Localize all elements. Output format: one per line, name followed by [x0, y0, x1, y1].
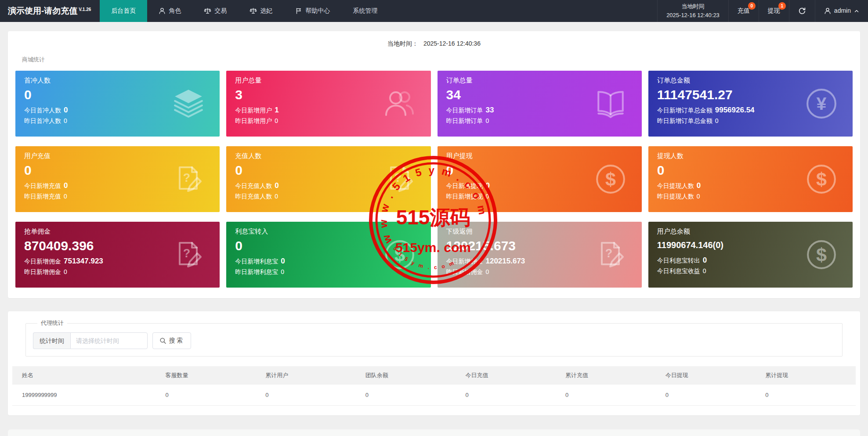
- user-menu[interactable]: admin: [815, 0, 868, 22]
- nav-tab-system[interactable]: 系统管理: [341, 0, 389, 22]
- card-title: 订单总金额: [657, 76, 800, 85]
- recharge-label: 充值: [738, 6, 750, 16]
- svg-text:¥: ¥: [817, 94, 827, 114]
- card-value: 11147541.27: [657, 88, 800, 102]
- card-yesterday-label: 昨日新增佣金: [446, 268, 483, 275]
- card-today-label: 今日新增利息宝: [235, 258, 278, 265]
- stat-card-user-recharge: 用户充值 0 今日新增充值0 昨日新增充值0 ?: [15, 146, 220, 212]
- card-today-label: 今日新增提现: [446, 182, 483, 189]
- stat-time-label: 统计时间: [33, 332, 70, 349]
- stat-time-input[interactable]: [70, 332, 148, 349]
- cell-team-balance: 0: [356, 385, 456, 406]
- agent-stats-title: 代理统计: [37, 319, 67, 327]
- agent-stats-fieldset: 代理统计 统计时间 搜索: [25, 319, 843, 357]
- stat-card-subordinate-rebate: 下级返佣 120215.673 今日新增佣金120215.673 昨日新增佣金0…: [438, 222, 642, 288]
- card-today-label: 今日新增订单: [446, 107, 483, 114]
- card-yesterday-value: 0: [703, 267, 706, 274]
- stat-card-user-withdraw: 用户提现 0 今日新增提现0 昨日新增提现0 $: [438, 146, 642, 212]
- card-value: 0: [235, 163, 378, 177]
- stat-card-first-recharge-users: 首冲人数 0 今日首冲人数0 昨日首冲人数0: [15, 71, 220, 137]
- mall-stats-title: 商城统计: [8, 48, 860, 71]
- svg-text:?: ?: [183, 247, 191, 260]
- yen-circle-icon: ¥: [805, 87, 838, 120]
- nav-tab-help-center[interactable]: 帮助中心: [284, 0, 341, 22]
- card-yesterday-value: 0: [486, 268, 489, 275]
- search-button[interactable]: 搜索: [152, 332, 191, 349]
- cell-total-recharge: 0: [556, 385, 656, 406]
- card-yesterday-value: 0: [281, 268, 284, 275]
- cell-total-withdraw: 0: [756, 385, 856, 406]
- card-yesterday-label: 昨日首冲人数: [24, 117, 61, 124]
- stat-card-total-order-amount: 订单总金额 11147541.27 今日新增订单总金额9956926.54 昨日…: [648, 71, 853, 137]
- cell-total-users: 0: [256, 385, 356, 406]
- doc-edit-icon: ?: [384, 163, 416, 195]
- card-yesterday-label: 昨日新增订单总金额: [657, 117, 712, 124]
- withdraw-button[interactable]: 提现 1: [759, 0, 789, 22]
- doc-edit-icon: ?: [595, 238, 627, 271]
- recharge-button[interactable]: 充值 0: [728, 0, 759, 22]
- svg-text:$: $: [605, 169, 616, 190]
- col-header-team-balance: 团队余额: [356, 366, 456, 385]
- card-today-value: 751347.923: [64, 257, 103, 265]
- nav-tab-dashboard[interactable]: 后台首页: [100, 0, 147, 22]
- stat-card-recharge-users: 充值人数 0 今日充值人数0 昨日充值人数0 ?: [226, 146, 430, 212]
- card-yesterday-label: 昨日新增订单: [446, 117, 483, 124]
- nav-tab-label: 选妃: [260, 7, 272, 15]
- card-title: 下级返佣: [446, 227, 589, 236]
- nav-tab-trade[interactable]: 交易: [192, 0, 238, 22]
- card-value: 34: [446, 88, 589, 102]
- card-title: 用户总余额: [657, 227, 800, 236]
- table-row: 19999999999 0 0 0 0 0 0 0: [12, 385, 856, 406]
- card-yesterday-label: 昨日新增用户: [235, 117, 272, 124]
- nav-tab-select[interactable]: 选妃: [238, 0, 284, 22]
- stat-card-interest-transfer-in: 利息宝转入 0 今日新增利息宝0 昨日新增利息宝0 $: [226, 222, 430, 288]
- card-yesterday-label: 昨日新增佣金: [24, 268, 61, 275]
- card-today-value: 120215.673: [486, 257, 525, 265]
- withdraw-label: 提现: [768, 6, 780, 16]
- refresh-icon: [798, 7, 806, 15]
- card-today-value: 0: [64, 181, 68, 190]
- layers-icon: [172, 87, 205, 120]
- card-yesterday-value: 0: [64, 268, 67, 275]
- person-icon: [159, 7, 166, 14]
- stat-card-total-user-balance: 用户总余额 11990674.146(0) 今日利息宝转出0 今日利息宝收益0 …: [648, 222, 853, 288]
- main-nav: 后台首页 角色 交易 选妃 帮助中心 系统管理: [100, 0, 389, 22]
- stat-card-grab-commission: 抢单佣金 870409.396 今日新增佣金751347.923 昨日新增佣金0…: [15, 222, 220, 288]
- card-title: 抢单佣金: [24, 227, 167, 236]
- nav-tab-roles[interactable]: 角色: [147, 0, 192, 22]
- app-title-text: 演示使用-请勿充值: [8, 5, 77, 17]
- nav-tab-label: 系统管理: [353, 7, 377, 15]
- card-yesterday-label: 今日利息宝收益: [657, 267, 700, 274]
- local-time-block: 当地时间 2025-12-16 12:40:23: [657, 0, 728, 22]
- dollar-circle-icon: $: [805, 238, 838, 271]
- card-value: 870409.396: [24, 239, 167, 253]
- card-value: 3: [235, 88, 378, 102]
- topbar-right: 当地时间 2025-12-16 12:40:23 充值 0 提现 1 admin: [657, 0, 868, 22]
- card-yesterday-label: 昨日新增利息宝: [235, 268, 278, 275]
- card-title: 用户充值: [24, 152, 167, 160]
- card-today-label: 今日新增用户: [235, 107, 272, 114]
- content-local-time-value: 2025-12-16 12:40:36: [423, 40, 481, 47]
- stat-card-total-users: 用户总量 3 今日新增用户1 昨日新增用户0: [226, 71, 430, 137]
- card-today-value: 0: [64, 106, 68, 114]
- refresh-button[interactable]: [789, 0, 815, 22]
- card-today-label: 今日首冲人数: [24, 107, 61, 114]
- doc-edit-icon: ?: [173, 163, 205, 195]
- card-yesterday-value: 0: [486, 117, 489, 124]
- dollar-circle-icon: $: [805, 163, 838, 195]
- card-today-value: 0: [281, 257, 285, 265]
- top-bar: 演示使用-请勿充值 V.1.26 后台首页 角色 交易 选妃 帮助中心 系统管理…: [0, 0, 868, 22]
- dollar-circle-icon: $: [383, 238, 416, 271]
- topbar-spacer: [389, 0, 657, 22]
- col-header-service-count: 客服数量: [156, 366, 256, 385]
- card-yesterday-label: 昨日提现人数: [657, 193, 694, 200]
- card-yesterday-value: 0: [697, 193, 700, 200]
- user-name: admin: [834, 6, 851, 16]
- nav-tab-label: 角色: [169, 7, 181, 15]
- card-today-label: 今日新增佣金: [24, 258, 61, 265]
- card-today-value: 0: [275, 181, 278, 190]
- local-time-label: 当地时间: [682, 2, 705, 11]
- local-time-value: 2025-12-16 12:40:23: [666, 11, 720, 20]
- card-yesterday-label: 昨日新增提现: [446, 193, 483, 200]
- search-icon: [159, 337, 166, 344]
